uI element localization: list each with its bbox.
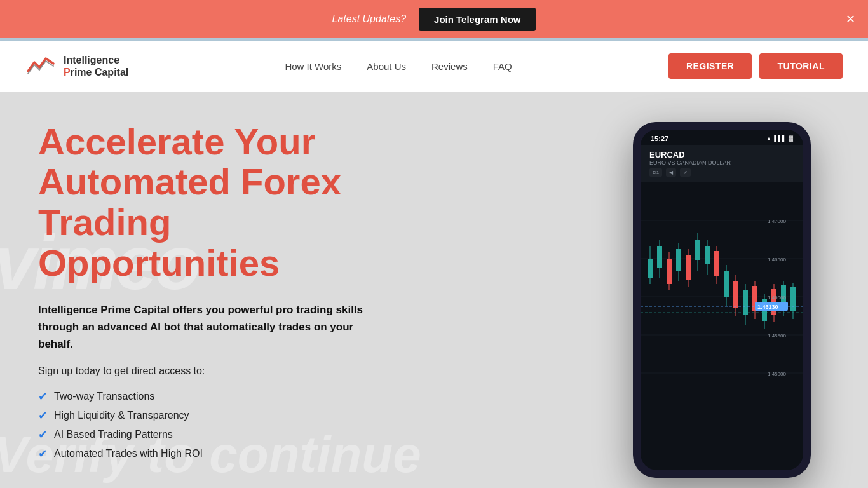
expand-icon: ⤢ bbox=[680, 168, 691, 177]
telegram-cta-button[interactable]: Join Telegram Now bbox=[419, 8, 536, 31]
check-icon-1: ✔ bbox=[38, 390, 48, 403]
hero-section: vimeo Verify to continue Accelerate Your… bbox=[0, 92, 868, 488]
svg-text:1.45500: 1.45500 bbox=[768, 333, 786, 339]
phone-time: 15:27 bbox=[651, 135, 668, 142]
phone-inner: 15:27 ▲ ▌▌▌ ▓ EURCAD EURO VS CANADIAN DO… bbox=[641, 130, 803, 470]
list-item: ✔ Two-way Transactions bbox=[38, 390, 381, 403]
svg-rect-8 bbox=[657, 246, 662, 268]
logo-line1: Intelligence bbox=[64, 54, 128, 66]
wifi-icon: ▲ bbox=[766, 135, 771, 142]
hero-description: Intelligence Prime Capital offers you po… bbox=[38, 301, 381, 353]
battery-icon: ▓ bbox=[789, 135, 793, 142]
list-item: ✔ Automated Trades with High ROI bbox=[38, 447, 381, 461]
hero-title: Accelerate Your Automated Forex Trading … bbox=[38, 121, 381, 283]
svg-rect-18 bbox=[705, 246, 710, 264]
nav-reviews[interactable]: Reviews bbox=[431, 61, 468, 72]
svg-rect-12 bbox=[676, 249, 681, 271]
chart-subtitle: EURO VS CANADIAN DOLLAR bbox=[649, 159, 794, 166]
svg-rect-16 bbox=[695, 240, 700, 260]
nav-about-us[interactable]: About Us bbox=[367, 61, 406, 72]
nav-faq[interactable]: FAQ bbox=[493, 61, 512, 72]
svg-text:1.47000: 1.47000 bbox=[768, 219, 786, 224]
svg-rect-14 bbox=[686, 255, 691, 280]
check-icon-3: ✔ bbox=[38, 428, 48, 442]
hero-content: Accelerate Your Automated Forex Trading … bbox=[38, 121, 381, 461]
svg-rect-20 bbox=[714, 251, 719, 276]
svg-rect-36 bbox=[790, 287, 796, 311]
svg-text:1.46130: 1.46130 bbox=[757, 304, 778, 310]
candlestick-chart: 1.47000 1.46500 1.46000 1.45500 1.45000 … bbox=[641, 182, 803, 424]
timeframe-label: D1 bbox=[649, 168, 662, 177]
nav-how-it-works[interactable]: How It Works bbox=[285, 61, 341, 72]
svg-rect-6 bbox=[648, 259, 653, 278]
chart-controls: D1 ◀ ⤢ bbox=[649, 168, 794, 177]
tutorial-button[interactable]: TUTORIAL bbox=[759, 53, 843, 79]
phone-mockup: 15:27 ▲ ▌▌▌ ▓ EURCAD EURO VS CANADIAN DO… bbox=[614, 122, 830, 488]
header-buttons: REGISTER TUTORIAL bbox=[668, 53, 843, 79]
svg-text:1.46000: 1.46000 bbox=[768, 295, 786, 301]
logo[interactable]: Intelligence Prime Capital bbox=[25, 51, 128, 81]
chart-title: EURCAD bbox=[649, 150, 794, 159]
main-nav: How It Works About Us Reviews FAQ bbox=[285, 61, 512, 72]
svg-text:1.46500: 1.46500 bbox=[768, 257, 786, 262]
logo-icon bbox=[25, 51, 56, 81]
header: Intelligence Prime Capital How It Works … bbox=[0, 41, 868, 92]
svg-rect-26 bbox=[743, 290, 748, 315]
banner-close-button[interactable]: ✕ bbox=[846, 12, 855, 26]
chart-header: EURCAD EURO VS CANADIAN DOLLAR D1 ◀ ⤢ bbox=[641, 145, 803, 182]
signal-icon: ▌▌▌ bbox=[774, 135, 786, 142]
check-icon-2: ✔ bbox=[38, 409, 48, 423]
list-item: ✔ AI Based Trading Patterns bbox=[38, 428, 381, 442]
hero-sub-text: Sign up today to get direct access to: bbox=[38, 365, 381, 377]
phone-outer: 15:27 ▲ ▌▌▌ ▓ EURCAD EURO VS CANADIAN DO… bbox=[633, 122, 811, 478]
top-banner: Latest Updates? Join Telegram Now ✕ bbox=[0, 0, 868, 38]
banner-text: Latest Updates? bbox=[332, 13, 407, 25]
phone-status-bar: 15:27 ▲ ▌▌▌ ▓ bbox=[641, 130, 803, 145]
logo-line2: Prime Capital bbox=[64, 66, 128, 78]
register-button[interactable]: REGISTER bbox=[668, 53, 752, 79]
feature-list: ✔ Two-way Transactions ✔ High Liquidity … bbox=[38, 390, 381, 461]
chart-area: 1.47000 1.46500 1.46000 1.45500 1.45000 … bbox=[641, 182, 803, 424]
phone-status-icons: ▲ ▌▌▌ ▓ bbox=[766, 135, 793, 142]
svg-text:1.45000: 1.45000 bbox=[768, 371, 786, 377]
nav-back-icon: ◀ bbox=[666, 168, 676, 177]
logo-text: Intelligence Prime Capital bbox=[64, 54, 128, 78]
list-item: ✔ High Liquidity & Transparency bbox=[38, 409, 381, 423]
svg-rect-22 bbox=[724, 271, 729, 297]
check-icon-4: ✔ bbox=[38, 447, 48, 461]
svg-rect-24 bbox=[733, 281, 738, 308]
svg-rect-10 bbox=[667, 259, 672, 284]
